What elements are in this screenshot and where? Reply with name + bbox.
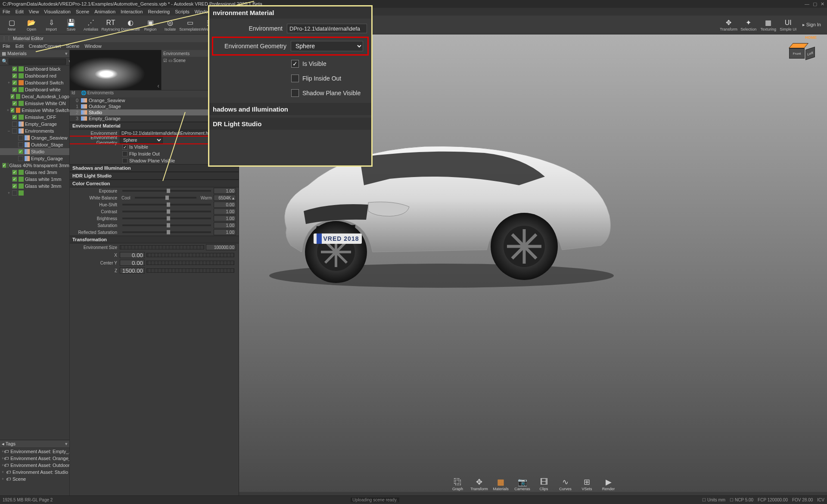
vp-render-button[interactable]: ▶Render (599, 477, 619, 491)
navcube-left[interactable]: Left (805, 47, 815, 60)
tag-item[interactable]: +🏷Environment Asset: Outdoor... (0, 462, 69, 469)
slider[interactable] (122, 211, 211, 212)
menu-scripts[interactable]: Scripts (175, 9, 190, 14)
save-button[interactable]: 💾Save (61, 16, 81, 34)
raytracing-button[interactable]: RTRaytracing (101, 16, 121, 34)
tag-item[interactable]: +🏷Environment Asset: Orange_... (0, 455, 69, 462)
downscale-button[interactable]: ◐Downscale (121, 16, 140, 34)
chevron-down-icon[interactable]: ▾ (65, 51, 68, 56)
material-emissive-off[interactable]: ✓Emissive_OFF (0, 114, 69, 121)
material-orange-seaview[interactable]: Orange_Seaview (0, 134, 69, 141)
tag-item[interactable]: +🏷Environment Asset: Studio (0, 469, 69, 476)
menu-animation[interactable]: Animation (94, 9, 115, 14)
tag-item[interactable]: +🏷Scene (0, 476, 69, 482)
value-input[interactable]: 1.00 (214, 215, 236, 221)
callout-envgeo-select[interactable]: Sphere (291, 41, 363, 51)
material-glass-white-3mm[interactable]: ✓Glass white 3mm (0, 183, 69, 190)
menu-interaction[interactable]: Interaction (121, 9, 143, 14)
me-menu-create-convert[interactable]: Create/Convert (29, 44, 61, 49)
selection-button[interactable]: ✦Selection (739, 16, 759, 34)
menu-file[interactable]: File (3, 9, 10, 14)
callout-flip-row[interactable]: Flip Inside Out (209, 71, 371, 86)
material-dashboard-white[interactable]: ✓Dashboard white (0, 86, 69, 93)
material-empty-garage[interactable]: Empty_Garage (0, 121, 69, 128)
material-dashboard-red[interactable]: ✓Dashboard red (0, 72, 69, 79)
chevron-down-icon[interactable]: ▾ (65, 441, 68, 447)
track-slider[interactable] (120, 245, 204, 249)
material-outdoor-stage[interactable]: Outdoor_Stage (0, 141, 69, 148)
vp-clips-button[interactable]: 🎞Clips (534, 477, 554, 491)
material-studio[interactable]: ✓Studio (0, 148, 69, 155)
navcube-home[interactable]: HOME (805, 35, 817, 40)
shadow-plane-checkbox[interactable] (122, 158, 127, 163)
me-menu-file[interactable]: File (3, 44, 10, 49)
status-field[interactable]: FCP 120000.00 (758, 498, 788, 502)
material-environments[interactable]: –Environments (0, 128, 69, 134)
material-glass-red-3mm[interactable]: ✓Glass red 3mm (0, 169, 69, 176)
status-field[interactable]: ICV (817, 498, 824, 502)
callout-shadowplane-checkbox[interactable] (291, 89, 299, 97)
new-button[interactable]: ▢New (2, 16, 22, 34)
slider[interactable] (122, 231, 211, 233)
callout-isvisible-row[interactable]: Is Visible (209, 56, 371, 71)
material-empty-garage[interactable]: Empty_Garage (0, 155, 69, 162)
open-button[interactable]: 📂Open (22, 16, 41, 34)
menu-rendering[interactable]: Rendering (148, 9, 170, 14)
signin-button[interactable]: ▸ Sign In (798, 22, 825, 28)
vp-materials-button[interactable]: ▦Materials (491, 477, 511, 491)
chevron-left-icon[interactable]: ‹ (157, 82, 159, 89)
material-emissive-white-on[interactable]: ✓Emissive White ON (0, 100, 69, 107)
vp-cameras-button[interactable]: 📷Cameras (513, 477, 532, 491)
value-input[interactable]: 0.00 (214, 202, 236, 208)
vp-graph-button[interactable]: ⿻Graph (448, 477, 468, 491)
flip-checkbox[interactable] (122, 151, 127, 156)
material-emissive-white-switch[interactable]: +✓Emissive White Switch (0, 107, 69, 114)
me-menu-window[interactable]: Window (85, 44, 102, 49)
slider[interactable] (122, 204, 211, 205)
minimize-icon[interactable]: — (805, 1, 809, 7)
close-icon[interactable]: ✕ (821, 1, 824, 7)
callout-isvisible-checkbox[interactable] (291, 60, 299, 68)
num-input[interactable] (120, 268, 145, 274)
section-color-correction[interactable]: Color Correction (70, 180, 239, 187)
value-input[interactable]: 1.00 (214, 229, 236, 235)
value-input[interactable]: 1.00 (214, 208, 236, 215)
value-input[interactable]: 6504K ▴ (214, 195, 236, 201)
track-slider[interactable] (146, 253, 234, 257)
material-decal-autodesk-logo[interactable]: ✓Decal_Autodesk_Logo (0, 93, 69, 100)
materials-header[interactable]: ▦ Materials ▾ (0, 50, 69, 58)
material-item[interactable]: + (0, 190, 69, 196)
value-input[interactable]: 100000.00 (206, 244, 236, 250)
navcube-top[interactable] (789, 43, 808, 48)
num-input[interactable] (120, 260, 145, 266)
material-dashboard-black[interactable]: ✓Dashboard black (0, 65, 69, 72)
section-transformation[interactable]: Transformation (70, 236, 239, 243)
section-hdrls[interactable]: HDR Light Studio (70, 172, 239, 180)
menu-edit[interactable]: Edit (16, 9, 24, 14)
slider[interactable] (122, 190, 211, 192)
status-field[interactable]: ☐ Units mm (702, 498, 725, 502)
callout-flip-checkbox[interactable] (291, 75, 299, 82)
value-input[interactable]: 1.00 (214, 222, 236, 228)
slider[interactable] (122, 218, 211, 219)
tags-header[interactable]: ◂ Tags ▾ (0, 440, 69, 448)
callout-env-input[interactable] (287, 24, 367, 33)
isolate-button[interactable]: ◎Isolate (160, 16, 180, 34)
value-input[interactable]: 1.00 (214, 188, 236, 194)
menu-view[interactable]: View (29, 9, 39, 14)
tag-item[interactable]: +🏷Environment Asset: Empty_... (0, 448, 69, 455)
material-glass-white-1mm[interactable]: ✓Glass white 1mm (0, 176, 69, 183)
num-input[interactable] (120, 252, 145, 258)
antialias-button[interactable]: ⋰Antialias (81, 16, 101, 34)
material-glass-40--transparent-3mm[interactable]: ✓Glass 40% transparent 3mm (0, 162, 69, 169)
vp-curves-button[interactable]: ∿Curves (556, 477, 575, 491)
sceneplates-button[interactable]: ▭Sceneplates (180, 16, 200, 34)
navcube-front[interactable]: Front (789, 48, 805, 59)
environment-geometry-select[interactable]: Sphere (120, 137, 163, 143)
menu-visualization[interactable]: Visualization (44, 9, 71, 14)
me-menu-edit[interactable]: Edit (16, 44, 24, 49)
import-button[interactable]: ⇩Import (41, 16, 61, 34)
region-button[interactable]: ▣Region (140, 16, 160, 34)
callout-shadowplane-row[interactable]: Shadow Plane Visible (209, 86, 371, 100)
grip-icon[interactable]: ⋮⋮ (2, 36, 11, 41)
